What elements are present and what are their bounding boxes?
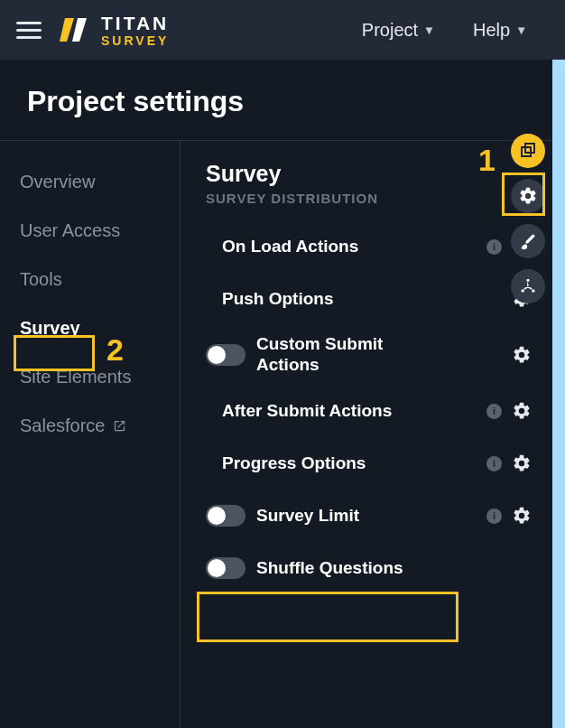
- sidebar-item-survey[interactable]: Survey: [20, 303, 180, 352]
- info-icon[interactable]: i: [486, 509, 502, 524]
- sidebar-item-tools[interactable]: Tools: [20, 255, 180, 303]
- row-label: Progress Options: [222, 453, 472, 474]
- row-survey-limit: Survey Limit i: [206, 490, 556, 542]
- survey-limit-toggle[interactable]: [206, 505, 245, 527]
- header-help-label: Help: [473, 20, 510, 41]
- menu-button[interactable]: [16, 17, 42, 42]
- page-title: Project settings: [0, 60, 565, 140]
- app-header: TITAN SURVEY Project ▼ Help ▼: [0, 0, 565, 60]
- sidebar-item-label: Site Elements: [20, 367, 131, 387]
- row-label: After Submit Actions: [222, 401, 472, 422]
- info-icon[interactable]: i: [486, 456, 502, 471]
- row-label: On Load Actions: [222, 237, 472, 257]
- brand-product: SURVEY: [101, 34, 169, 47]
- branch-button[interactable]: [511, 269, 545, 303]
- side-nav: Overview User Access Tools Survey Site E…: [0, 141, 181, 728]
- row-custom-submit-actions: Custom Submit Actions: [206, 325, 556, 385]
- row-settings-button[interactable]: [511, 505, 533, 527]
- sidebar-item-salesforce[interactable]: Salesforce: [20, 401, 180, 450]
- header-project-label: Project: [362, 20, 418, 41]
- row-label: Push Options: [222, 289, 502, 310]
- info-icon[interactable]: i: [486, 239, 502, 255]
- row-label: Custom Submit Actions: [256, 334, 410, 376]
- sidebar-item-user-access[interactable]: User Access: [20, 206, 180, 255]
- info-icon[interactable]: i: [486, 404, 502, 419]
- header-project-dropdown[interactable]: Project ▼: [362, 20, 435, 41]
- row-after-submit-actions: After Submit Actions i: [206, 385, 556, 437]
- header-help-dropdown[interactable]: Help ▼: [473, 20, 527, 41]
- sidebar-item-label: User Access: [20, 220, 120, 241]
- row-progress-options: Progress Options i: [206, 437, 556, 490]
- row-shuffle-questions: Shuffle Questions: [206, 542, 556, 594]
- row-settings-button[interactable]: [511, 400, 533, 422]
- sidebar-item-label: Overview: [20, 172, 95, 192]
- sidebar-item-label: Tools: [20, 269, 62, 290]
- external-link-icon: [113, 419, 126, 433]
- sidebar-item-label: Salesforce: [20, 415, 106, 436]
- row-label: Shuffle Questions: [256, 558, 502, 579]
- settings-panel: Survey SURVEY DISTRIBUTION On Load Actio…: [181, 141, 565, 728]
- panel-title: Survey: [206, 161, 556, 187]
- row-on-load-actions: On Load Actions i: [206, 220, 556, 273]
- row-settings-button[interactable]: [511, 344, 533, 366]
- row-push-options: Push Options: [206, 273, 556, 325]
- sidebar-item-overview[interactable]: Overview: [20, 157, 180, 206]
- custom-submit-actions-toggle[interactable]: [206, 344, 245, 366]
- row-label: Survey Limit: [256, 506, 472, 527]
- action-column: [511, 134, 545, 303]
- app-logo[interactable]: TITAN SURVEY: [58, 13, 169, 47]
- brush-button[interactable]: [511, 224, 545, 258]
- pages-button[interactable]: [511, 134, 545, 168]
- panel-subtitle: SURVEY DISTRIBUTION: [206, 191, 556, 206]
- row-settings-button[interactable]: [511, 453, 533, 474]
- logo-text: TITAN SURVEY: [101, 14, 169, 47]
- logo-mark-icon: [58, 13, 92, 47]
- chevron-down-icon: ▼: [423, 23, 435, 37]
- brand-name: TITAN: [101, 14, 169, 33]
- body: Overview User Access Tools Survey Site E…: [0, 141, 565, 728]
- settings-button[interactable]: [511, 179, 545, 213]
- sidebar-item-label: Survey: [20, 318, 80, 339]
- chevron-down-icon: ▼: [515, 23, 527, 37]
- shuffle-questions-toggle[interactable]: [206, 557, 245, 579]
- sidebar-item-site-elements[interactable]: Site Elements: [20, 352, 180, 401]
